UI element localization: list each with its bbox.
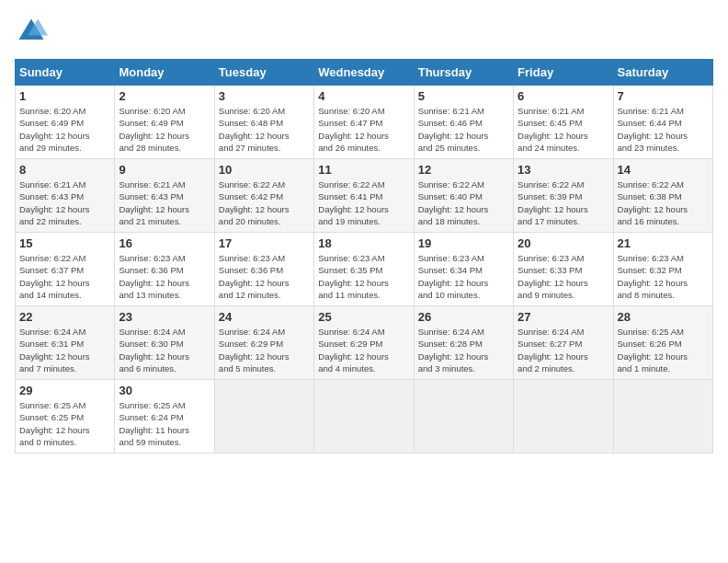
day-number: 28 (618, 310, 709, 324)
day-number: 13 (518, 163, 609, 177)
day-cell-10: 10Sunrise: 6:22 AM Sunset: 6:42 PM Dayli… (214, 159, 313, 233)
day-cell-2: 2Sunrise: 6:20 AM Sunset: 6:49 PM Daylig… (115, 86, 214, 159)
day-cell-14: 14Sunrise: 6:22 AM Sunset: 6:38 PM Dayli… (613, 159, 712, 233)
day-info: Sunrise: 6:24 AM Sunset: 6:28 PM Dayligh… (418, 326, 509, 374)
day-number: 22 (19, 310, 110, 324)
day-number: 20 (518, 236, 609, 250)
day-cell-26: 26Sunrise: 6:24 AM Sunset: 6:28 PM Dayli… (414, 306, 513, 380)
day-info: Sunrise: 6:21 AM Sunset: 6:44 PM Dayligh… (618, 105, 709, 154)
day-info: Sunrise: 6:21 AM Sunset: 6:45 PM Dayligh… (518, 105, 609, 154)
day-number: 4 (318, 89, 409, 103)
day-cell-18: 18Sunrise: 6:23 AM Sunset: 6:35 PM Dayli… (314, 233, 414, 306)
day-info: Sunrise: 6:20 AM Sunset: 6:49 PM Dayligh… (19, 105, 110, 154)
day-number: 25 (318, 310, 409, 324)
day-cell-13: 13Sunrise: 6:22 AM Sunset: 6:39 PM Dayli… (514, 159, 613, 233)
day-info: Sunrise: 6:20 AM Sunset: 6:48 PM Dayligh… (219, 105, 310, 154)
day-info: Sunrise: 6:25 AM Sunset: 6:24 PM Dayligh… (119, 399, 210, 448)
day-number: 5 (418, 89, 509, 103)
empty-cell (414, 380, 513, 454)
day-info: Sunrise: 6:24 AM Sunset: 6:30 PM Dayligh… (119, 326, 210, 374)
day-cell-28: 28Sunrise: 6:25 AM Sunset: 6:26 PM Dayli… (613, 306, 712, 380)
day-number: 12 (418, 163, 509, 177)
col-header-sunday: Sunday (16, 60, 115, 86)
day-info: Sunrise: 6:20 AM Sunset: 6:47 PM Dayligh… (318, 105, 409, 154)
day-number: 2 (119, 89, 210, 103)
day-number: 1 (19, 89, 110, 103)
day-cell-27: 27Sunrise: 6:24 AM Sunset: 6:27 PM Dayli… (514, 306, 613, 380)
day-cell-20: 20Sunrise: 6:23 AM Sunset: 6:33 PM Dayli… (514, 233, 613, 306)
day-info: Sunrise: 6:21 AM Sunset: 6:43 PM Dayligh… (119, 178, 210, 227)
day-cell-21: 21Sunrise: 6:23 AM Sunset: 6:32 PM Dayli… (613, 233, 712, 306)
day-info: Sunrise: 6:23 AM Sunset: 6:36 PM Dayligh… (119, 252, 210, 301)
day-number: 16 (119, 236, 210, 250)
day-cell-30: 30Sunrise: 6:25 AM Sunset: 6:24 PM Dayli… (115, 380, 214, 454)
header (15, 15, 713, 48)
empty-cell (314, 380, 414, 454)
col-header-wednesday: Wednesday (314, 60, 414, 86)
day-number: 14 (618, 163, 709, 177)
day-cell-1: 1Sunrise: 6:20 AM Sunset: 6:49 PM Daylig… (16, 86, 115, 159)
logo-icon (15, 15, 48, 48)
day-info: Sunrise: 6:24 AM Sunset: 6:29 PM Dayligh… (318, 326, 409, 374)
day-info: Sunrise: 6:21 AM Sunset: 6:46 PM Dayligh… (418, 105, 509, 154)
day-cell-23: 23Sunrise: 6:24 AM Sunset: 6:30 PM Dayli… (115, 306, 214, 380)
day-cell-12: 12Sunrise: 6:22 AM Sunset: 6:40 PM Dayli… (414, 159, 513, 233)
empty-cell (514, 380, 613, 454)
day-number: 11 (318, 163, 409, 177)
day-info: Sunrise: 6:21 AM Sunset: 6:43 PM Dayligh… (19, 178, 110, 227)
day-cell-19: 19Sunrise: 6:23 AM Sunset: 6:34 PM Dayli… (414, 233, 513, 306)
day-number: 30 (119, 384, 210, 397)
day-cell-3: 3Sunrise: 6:20 AM Sunset: 6:48 PM Daylig… (214, 86, 313, 159)
day-cell-5: 5Sunrise: 6:21 AM Sunset: 6:46 PM Daylig… (414, 86, 513, 159)
day-info: Sunrise: 6:22 AM Sunset: 6:37 PM Dayligh… (19, 252, 110, 301)
logo (15, 15, 51, 48)
day-info: Sunrise: 6:23 AM Sunset: 6:32 PM Dayligh… (618, 252, 709, 301)
day-info: Sunrise: 6:23 AM Sunset: 6:35 PM Dayligh… (318, 252, 409, 301)
empty-cell (214, 380, 313, 454)
col-header-thursday: Thursday (414, 60, 513, 86)
day-number: 9 (119, 163, 210, 177)
calendar-table: SundayMondayTuesdayWednesdayThursdayFrid… (15, 59, 713, 454)
day-info: Sunrise: 6:22 AM Sunset: 6:40 PM Dayligh… (418, 178, 509, 227)
day-cell-6: 6Sunrise: 6:21 AM Sunset: 6:45 PM Daylig… (514, 86, 613, 159)
col-header-monday: Monday (115, 60, 214, 86)
day-cell-25: 25Sunrise: 6:24 AM Sunset: 6:29 PM Dayli… (314, 306, 414, 380)
col-header-saturday: Saturday (613, 60, 712, 86)
day-info: Sunrise: 6:25 AM Sunset: 6:26 PM Dayligh… (618, 326, 709, 374)
day-cell-15: 15Sunrise: 6:22 AM Sunset: 6:37 PM Dayli… (16, 233, 115, 306)
day-number: 6 (518, 89, 609, 103)
day-number: 17 (219, 236, 310, 250)
col-header-tuesday: Tuesday (214, 60, 313, 86)
day-cell-22: 22Sunrise: 6:24 AM Sunset: 6:31 PM Dayli… (16, 306, 115, 380)
day-number: 23 (119, 310, 210, 324)
week-row-4: 22Sunrise: 6:24 AM Sunset: 6:31 PM Dayli… (16, 306, 713, 380)
day-info: Sunrise: 6:23 AM Sunset: 6:33 PM Dayligh… (518, 252, 609, 301)
day-number: 18 (318, 236, 409, 250)
day-number: 10 (219, 163, 310, 177)
day-info: Sunrise: 6:22 AM Sunset: 6:39 PM Dayligh… (518, 178, 609, 227)
day-cell-29: 29Sunrise: 6:25 AM Sunset: 6:25 PM Dayli… (16, 380, 115, 454)
day-info: Sunrise: 6:23 AM Sunset: 6:34 PM Dayligh… (418, 252, 509, 301)
day-cell-8: 8Sunrise: 6:21 AM Sunset: 6:43 PM Daylig… (16, 159, 115, 233)
day-cell-11: 11Sunrise: 6:22 AM Sunset: 6:41 PM Dayli… (314, 159, 414, 233)
day-number: 29 (19, 384, 110, 397)
day-number: 24 (219, 310, 310, 324)
day-info: Sunrise: 6:20 AM Sunset: 6:49 PM Dayligh… (119, 105, 210, 154)
day-number: 15 (19, 236, 110, 250)
day-cell-7: 7Sunrise: 6:21 AM Sunset: 6:44 PM Daylig… (613, 86, 712, 159)
empty-cell (613, 380, 712, 454)
day-info: Sunrise: 6:24 AM Sunset: 6:31 PM Dayligh… (19, 326, 110, 374)
day-info: Sunrise: 6:24 AM Sunset: 6:29 PM Dayligh… (219, 326, 310, 374)
week-row-3: 15Sunrise: 6:22 AM Sunset: 6:37 PM Dayli… (16, 233, 713, 306)
week-row-2: 8Sunrise: 6:21 AM Sunset: 6:43 PM Daylig… (16, 159, 713, 233)
header-row: SundayMondayTuesdayWednesdayThursdayFrid… (16, 60, 713, 86)
day-cell-17: 17Sunrise: 6:23 AM Sunset: 6:36 PM Dayli… (214, 233, 313, 306)
day-cell-16: 16Sunrise: 6:23 AM Sunset: 6:36 PM Dayli… (115, 233, 214, 306)
col-header-friday: Friday (514, 60, 613, 86)
day-info: Sunrise: 6:22 AM Sunset: 6:42 PM Dayligh… (219, 178, 310, 227)
week-row-1: 1Sunrise: 6:20 AM Sunset: 6:49 PM Daylig… (16, 86, 713, 159)
day-number: 26 (418, 310, 509, 324)
day-info: Sunrise: 6:25 AM Sunset: 6:25 PM Dayligh… (19, 399, 110, 448)
day-cell-4: 4Sunrise: 6:20 AM Sunset: 6:47 PM Daylig… (314, 86, 414, 159)
day-number: 21 (618, 236, 709, 250)
